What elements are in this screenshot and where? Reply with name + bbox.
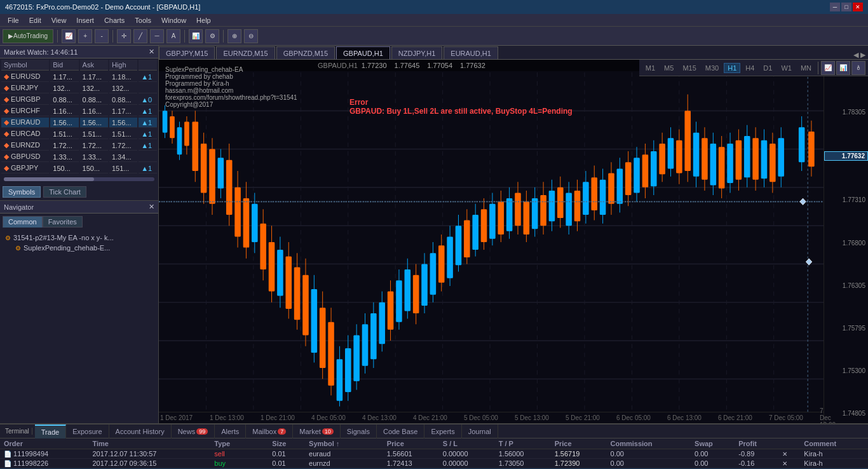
svg-rect-154 — [710, 144, 717, 185]
market-watch-row[interactable]: ◆ GBPUSD 1.33... 1.33... 1.34... — [1, 152, 157, 162]
tab-journal[interactable]: Journal — [462, 425, 498, 438]
tf-m15[interactable]: M15 — [679, 63, 700, 73]
market-watch-row[interactable]: ◆ EURCAD 1.51... 1.51... 1.51... ▲1 — [1, 129, 157, 139]
navigator: Navigator ✕ Common Favorites ⚙ 31541-p2#… — [0, 201, 158, 423]
market-watch-row[interactable]: ◆ EURAUD 1.56... 1.56... 1.56... ▲1 — [1, 118, 157, 128]
menu-help[interactable]: Help — [191, 17, 216, 24]
close-button[interactable]: ✕ — [853, 3, 863, 11]
trade-sl: 0.00000 — [439, 459, 495, 468]
chart-tab-gbpjpy[interactable]: GBPJPY,M15 — [159, 46, 215, 59]
nav-tab-common[interactable]: Common — [3, 216, 43, 228]
tf-mn[interactable]: MN — [797, 63, 815, 73]
trade-row-open[interactable]: 📄 111998494 2017.12.07 11:30:57 sell 0.0… — [0, 449, 868, 459]
market-watch-row[interactable]: ◆ EURUSD 1.17... 1.17... 1.18... ▲1 — [1, 72, 157, 82]
col-symbol: Symbol ↑ — [305, 438, 370, 449]
svg-rect-126 — [591, 177, 597, 210]
market-watch-close-icon[interactable]: ✕ — [149, 48, 154, 56]
market-watch-row[interactable]: ◆ EURGBP 0.88... 0.88... 0.88... ▲0 — [1, 95, 157, 105]
menu-window[interactable]: Window — [156, 17, 191, 24]
autotrading-button[interactable]: ▶ AutoTrading — [3, 29, 53, 43]
mw-ask: 1.72... — [80, 140, 108, 151]
trade-close-btn[interactable]: ✕ — [778, 459, 800, 468]
tf-m5[interactable]: M5 — [660, 63, 677, 73]
chart-tab-eurnzd[interactable]: EURNZD,M15 — [216, 46, 275, 59]
tab-exposure[interactable]: Exposure — [66, 425, 109, 438]
chart-tab-gbpaud[interactable]: GBPAUD,H1 — [336, 46, 390, 59]
svg-rect-128 — [600, 180, 606, 215]
market-watch-scrollbar[interactable] — [4, 177, 154, 181]
tf-h1[interactable]: H1 — [724, 63, 740, 73]
market-watch-row[interactable]: ◆ GBPJPY 150... 150... 151... ▲1 — [1, 163, 157, 173]
tf-m30[interactable]: M30 — [702, 63, 722, 73]
trade-close-btn[interactable]: ✕ — [778, 449, 800, 459]
time-14: 7 Dec 13:00 — [820, 407, 836, 423]
tab-account-history[interactable]: Account History — [109, 425, 172, 438]
mw-symbol: ◆ EURAUD — [1, 118, 49, 128]
menu-edit[interactable]: Edit — [24, 17, 46, 24]
horizontal-line-button[interactable]: ─ — [150, 29, 164, 43]
tab-codebase[interactable]: Code Base — [377, 425, 424, 438]
nav-tab-favorites[interactable]: Favorites — [43, 216, 83, 228]
crosshair-button[interactable]: ✛ — [117, 29, 131, 43]
properties-button[interactable]: ⚙ — [205, 29, 219, 43]
market-watch-row[interactable]: ◆ EURJPY 132... 132... 132... — [1, 83, 157, 93]
tab-alerts[interactable]: Alerts — [215, 425, 246, 438]
menu-insert[interactable]: Insert — [71, 17, 99, 24]
indicator-button[interactable]: 📊 — [189, 29, 203, 43]
tab-mailbox[interactable]: Mailbox 7 — [246, 425, 293, 438]
menu-charts[interactable]: Charts — [99, 17, 130, 24]
time-9: 5 Dec 21:00 — [566, 414, 600, 421]
tab-market[interactable]: Market 10 — [293, 425, 341, 438]
svg-rect-98 — [472, 215, 478, 250]
tf-d1[interactable]: D1 — [759, 63, 776, 73]
tab-trade[interactable]: Trade — [35, 425, 66, 438]
chart-symbol-label: GBPAUD,H1 — [318, 62, 358, 69]
trade-row-open[interactable]: 📄 111998226 2017.12.07 09:36:15 buy 0.01… — [0, 459, 868, 468]
mw-tab-symbols[interactable]: Symbols — [3, 186, 41, 198]
col-commission: Commission — [607, 438, 691, 449]
menu-file[interactable]: File — [3, 17, 24, 24]
tab-news[interactable]: News 99 — [172, 425, 215, 438]
chart-tab-euraud[interactable]: EURAUD,H1 — [444, 46, 498, 59]
minimize-button[interactable]: ─ — [830, 3, 840, 11]
chart-tab-scroll-arrows[interactable]: ◀ ▶ — [851, 51, 868, 59]
new-chart-button[interactable]: 📈 — [62, 29, 76, 43]
zoom-out-button[interactable]: - — [95, 29, 109, 43]
zoom-in-button[interactable]: + — [78, 29, 92, 43]
tab-experts[interactable]: Experts — [424, 425, 461, 438]
tf-bar-chart[interactable]: 📊 — [836, 61, 850, 75]
navigator-close-icon[interactable]: ✕ — [149, 203, 154, 211]
mw-high: 1.72... — [109, 140, 137, 151]
svg-rect-82 — [405, 269, 411, 311]
market-watch-row[interactable]: ◆ EURCHF 1.16... 1.16... 1.17... ▲1 — [1, 106, 157, 116]
chart-tab-gbpnzd[interactable]: GBPNZD,M15 — [276, 46, 335, 59]
nav-item-label-1: 31541-p2#13-My EA -no x y- k... — [13, 234, 114, 241]
zoom-minus-button[interactable]: ⊖ — [244, 29, 258, 43]
mw-tab-tick[interactable]: Tick Chart — [43, 186, 86, 198]
tab-signals[interactable]: Signals — [341, 425, 377, 438]
chart-close-label: 1.77632 — [460, 62, 485, 69]
market-watch-scroll[interactable]: Symbol Bid Ask High ◆ EURUSD 1.17... 1.1… — [0, 58, 158, 175]
tf-m1[interactable]: M1 — [642, 63, 659, 73]
menu-view[interactable]: View — [46, 17, 72, 24]
time-8: 5 Dec 13:00 — [515, 414, 549, 421]
market-watch-tabs: Symbols Tick Chart — [0, 184, 158, 200]
tf-w1[interactable]: W1 — [777, 63, 796, 73]
error-message: GBPAUD: Buy 1L,Sell 2L are still active,… — [349, 107, 573, 116]
line-button[interactable]: ╱ — [133, 29, 147, 43]
tf-line-chart[interactable]: 📈 — [821, 61, 835, 75]
maximize-button[interactable]: □ — [841, 3, 851, 11]
text-button[interactable]: A — [166, 29, 180, 43]
trade-table-container[interactable]: Order Time Type Size Symbol ↑ Price S / … — [0, 438, 868, 469]
market-watch-row[interactable]: ◆ EURNZD 1.72... 1.72... 1.72... ▲1 — [1, 140, 157, 151]
navigator-item-ea2[interactable]: ⚙ SuplexPending_chehab-E... — [3, 243, 156, 253]
menu-tools[interactable]: Tools — [130, 17, 156, 24]
tf-h4[interactable]: H4 — [742, 63, 758, 73]
chart-tab-nzdjpy[interactable]: NZDJPY,H1 — [391, 46, 442, 59]
zoom-reset-button[interactable]: ⊕ — [227, 29, 241, 43]
chart-main[interactable]: M1 M5 M15 M30 H1 H4 D1 W1 MN 📈 📊 🕯 Suple… — [159, 60, 868, 423]
tf-candle-chart[interactable]: 🕯 — [851, 61, 865, 75]
chart-open-label: 1.77230 — [362, 62, 387, 69]
navigator-item-ea1[interactable]: ⚙ 31541-p2#13-My EA -no x y- k... — [3, 233, 156, 243]
mw-col-ask: Ask — [80, 60, 108, 71]
